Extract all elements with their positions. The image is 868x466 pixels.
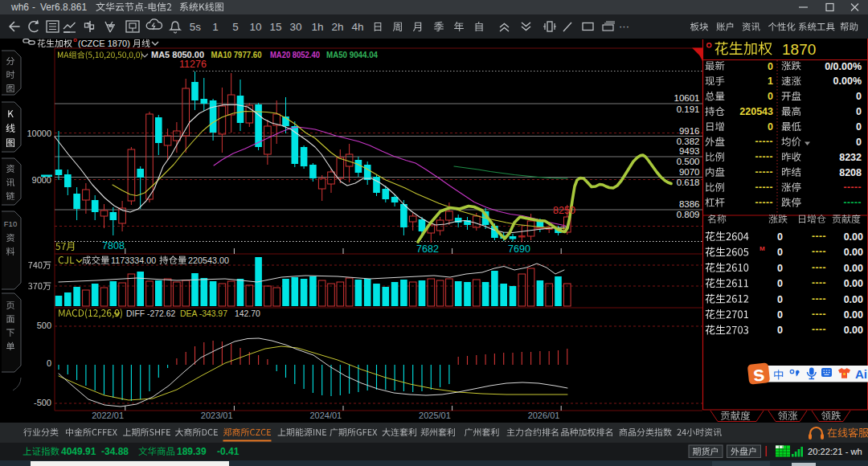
svg-text:-500: -500 (34, 398, 51, 407)
svg-text:0: 0 (856, 91, 862, 102)
svg-text:0: 0 (856, 121, 862, 133)
svg-text:8386: 8386 (679, 199, 700, 209)
svg-text:7690: 7690 (508, 243, 530, 255)
svg-text:4h: 4h (351, 21, 363, 33)
svg-text:0.809: 0.809 (677, 210, 700, 219)
svg-text:Ver6.8.861: Ver6.8.861 (40, 2, 87, 13)
svg-text:1173334.00: 1173334.00 (111, 255, 156, 265)
svg-text:189.39: 189.39 (177, 446, 207, 457)
svg-text:-----: ----- (844, 182, 862, 193)
svg-text:2023/01: 2023/01 (201, 411, 233, 420)
svg-text:8232: 8232 (839, 152, 862, 163)
svg-text:0: 0 (777, 309, 783, 321)
svg-text:220543.00: 220543.00 (188, 255, 229, 265)
svg-text:1870: 1870 (782, 41, 816, 58)
svg-text:1h: 1h (311, 21, 323, 33)
svg-text:(CZCE 1870): (CZCE 1870) (78, 39, 130, 48)
svg-text:-----: ----- (755, 166, 773, 178)
svg-text:142.70: 142.70 (235, 309, 260, 318)
svg-text:MA50 9044.04: MA50 9044.04 (326, 50, 379, 59)
svg-text:30: 30 (289, 21, 301, 33)
svg-text:4049.91: 4049.91 (61, 446, 96, 457)
svg-text:0: 0 (777, 278, 783, 289)
svg-text:----: ---- (812, 309, 826, 320)
svg-text:0.191: 0.191 (677, 104, 700, 114)
svg-text:-----: ----- (755, 182, 773, 193)
svg-text:8250: 8250 (553, 205, 575, 216)
svg-text:----: ---- (812, 293, 826, 305)
svg-text:0.382: 0.382 (677, 137, 700, 146)
svg-text:11276: 11276 (179, 59, 207, 70)
svg-text:wh6: wh6 (10, 2, 29, 13)
svg-text:15: 15 (269, 21, 281, 33)
svg-text:10000: 10000 (27, 129, 51, 138)
svg-text:0: 0 (47, 358, 51, 368)
svg-text:DIFF -272.62: DIFF -272.62 (126, 309, 175, 318)
svg-text:1: 1 (768, 76, 773, 87)
svg-text:-----: ----- (755, 136, 773, 147)
svg-text:-----: ----- (844, 197, 862, 208)
svg-text:0: 0 (777, 263, 783, 274)
svg-text:7808: 7808 (102, 240, 125, 251)
svg-text:0/0.00%: 0/0.00% (825, 61, 862, 72)
svg-text:10601: 10601 (674, 93, 700, 103)
svg-text:----: ---- (812, 246, 826, 257)
svg-text:9070: 9070 (679, 167, 700, 177)
svg-text:2h: 2h (331, 21, 343, 33)
svg-text:500: 500 (37, 321, 51, 330)
svg-text:DEA -343.97: DEA -343.97 (180, 309, 227, 318)
svg-text:0: 0 (768, 91, 773, 102)
svg-text:0: 0 (777, 294, 783, 305)
svg-text:o: o (73, 36, 77, 43)
svg-text:MA20 8052.40: MA20 8052.40 (270, 50, 320, 59)
svg-text:0.00: 0.00 (844, 231, 863, 243)
svg-text:220543: 220543 (739, 106, 773, 117)
svg-text:7682: 7682 (416, 243, 439, 255)
svg-text:2022/01: 2022/01 (92, 411, 124, 420)
svg-text:-0.41: -0.41 (217, 446, 240, 457)
svg-text:0.618: 0.618 (677, 178, 700, 187)
svg-text:0.00: 0.00 (844, 294, 863, 305)
svg-text:0: 0 (856, 137, 862, 148)
svg-text:2024/01: 2024/01 (309, 411, 342, 420)
svg-text:-----: ----- (755, 197, 773, 208)
svg-text:0: 0 (777, 247, 783, 258)
svg-text:----: ---- (812, 324, 826, 335)
svg-text:----: ---- (812, 277, 826, 288)
svg-text:0: 0 (777, 231, 783, 243)
svg-text:0: 0 (777, 325, 783, 336)
svg-text:8208: 8208 (839, 167, 862, 178)
svg-text:9916: 9916 (679, 126, 700, 136)
svg-text:0.00%: 0.00% (833, 76, 862, 87)
svg-text:-----: ----- (755, 151, 773, 162)
svg-text:10: 10 (249, 21, 261, 33)
svg-text:2025/01: 2025/01 (419, 411, 451, 420)
svg-text:1: 1 (212, 21, 219, 33)
svg-text:0.00: 0.00 (844, 325, 863, 336)
svg-text:----: ---- (812, 262, 826, 273)
svg-text:0: 0 (768, 121, 773, 133)
svg-text:···: ··· (619, 20, 629, 32)
svg-text:9493: 9493 (679, 146, 700, 156)
svg-text:2026/01: 2026/01 (528, 411, 560, 420)
svg-text:-: - (32, 2, 35, 13)
svg-text:5s: 5s (190, 21, 202, 33)
svg-text:----: ---- (812, 231, 826, 242)
svg-text:MA10 7977.60: MA10 7977.60 (211, 50, 262, 59)
svg-text:0: 0 (768, 61, 773, 72)
svg-text:0.00: 0.00 (844, 309, 863, 321)
svg-text:M: M (760, 245, 765, 252)
svg-text:F10: F10 (4, 219, 17, 228)
svg-text:-34.88: -34.88 (101, 446, 129, 457)
svg-text:20:22:21 - wh: 20:22:21 - wh (808, 447, 862, 456)
svg-text:0.500: 0.500 (677, 157, 700, 166)
svg-text:0.00: 0.00 (844, 263, 863, 274)
svg-text:0.00: 0.00 (844, 278, 863, 289)
svg-text:Ai: Ai (855, 367, 867, 381)
svg-text:0.00: 0.00 (844, 247, 863, 258)
svg-text:0: 0 (856, 106, 862, 117)
svg-text:5: 5 (232, 21, 239, 33)
